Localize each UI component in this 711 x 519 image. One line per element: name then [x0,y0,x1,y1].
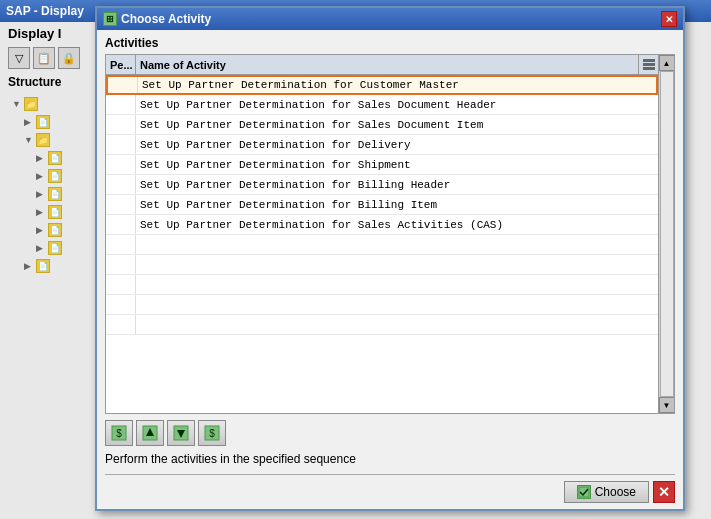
toolbar-btn-1[interactable]: $ [105,420,133,446]
table-row[interactable] [106,275,658,295]
svg-text:$: $ [116,428,122,439]
col-header-name: Name of Activity [136,55,638,74]
choose-button[interactable]: Choose [564,481,649,503]
status-text: Perform the activities in the specified … [105,452,675,466]
choose-button-icon [577,485,591,499]
modal-title-icon: ⊞ [103,12,117,26]
cell-name [136,283,658,287]
activities-table: Pe... Name of Activity Set U [105,54,675,414]
svg-rect-2 [643,67,655,70]
cell-pe [106,275,136,294]
cell-pe [106,295,136,314]
toolbar-btn-2[interactable] [136,420,164,446]
table-row[interactable] [106,235,658,255]
cell-name: Set Up Partner Determination for Custome… [138,77,656,93]
cell-name: Set Up Partner Determination for Deliver… [136,137,658,153]
icon-toolbar: $ [105,420,675,446]
bottom-section: $ [105,420,675,503]
cell-name: Set Up Partner Determination for Sales A… [136,217,658,233]
scroll-track [660,71,674,397]
button-bar: Choose ✕ [105,474,675,503]
activities-section-label: Activities [105,36,675,50]
cell-pe [106,195,136,214]
cell-pe [106,235,136,254]
svg-rect-0 [643,59,655,62]
cell-pe [106,95,136,114]
table-header: Pe... Name of Activity [106,55,658,75]
cell-name: Set Up Partner Determination for Shipmen… [136,157,658,173]
modal-titlebar: ⊞ Choose Activity ✕ [97,8,683,30]
cell-pe [106,175,136,194]
cell-name [136,263,658,267]
scroll-down-btn[interactable]: ▼ [659,397,675,413]
modal-close-button[interactable]: ✕ [661,11,677,27]
cell-name [136,323,658,327]
toolbar-btn-3[interactable] [167,420,195,446]
col-header-pe: Pe... [106,55,136,74]
table-row[interactable]: Set Up Partner Determination for Billing… [106,195,658,215]
table-row[interactable] [106,255,658,275]
table-row[interactable] [106,315,658,335]
cell-name [136,303,658,307]
cancel-button[interactable]: ✕ [653,481,675,503]
cell-name: Set Up Partner Determination for Billing… [136,177,658,193]
cell-name: Set Up Partner Determination for Sales D… [136,97,658,113]
cancel-icon: ✕ [658,484,670,500]
table-row[interactable]: Set Up Partner Determination for Sales D… [106,115,658,135]
cell-pe [106,135,136,154]
modal-titlebar-left: ⊞ Choose Activity [103,12,211,26]
table-row[interactable]: Set Up Partner Determination for Shipmen… [106,155,658,175]
cell-name [136,243,658,247]
modal-overlay: ⊞ Choose Activity ✕ Activities Pe... Nam… [0,0,711,519]
cell-pe [106,115,136,134]
table-body: Set Up Partner Determination for Custome… [106,75,658,413]
svg-text:$: $ [209,428,215,439]
table-row[interactable] [106,295,658,315]
toolbar-btn-4[interactable]: $ [198,420,226,446]
table-row[interactable]: Set Up Partner Determination for Custome… [106,75,658,95]
table-row[interactable]: Set Up Partner Determination for Sales A… [106,215,658,235]
choose-button-label: Choose [595,485,636,499]
cell-pe [106,315,136,334]
table-scrollbar[interactable]: ▲ ▼ [658,55,674,413]
cell-pe [106,155,136,174]
cell-pe [108,77,138,93]
col-settings-icon[interactable] [638,55,658,74]
scroll-up-btn[interactable]: ▲ [659,55,675,71]
svg-rect-1 [643,63,655,66]
cell-name: Set Up Partner Determination for Billing… [136,197,658,213]
cell-pe [106,255,136,274]
table-row[interactable]: Set Up Partner Determination for Sales D… [106,95,658,115]
cell-name: Set Up Partner Determination for Sales D… [136,117,658,133]
cell-pe [106,215,136,234]
modal-dialog: ⊞ Choose Activity ✕ Activities Pe... Nam… [95,6,685,511]
modal-body: Activities Pe... Name of Activity [97,30,683,509]
modal-title-text: Choose Activity [121,12,211,26]
table-row[interactable]: Set Up Partner Determination for Deliver… [106,135,658,155]
table-row[interactable]: Set Up Partner Determination for Billing… [106,175,658,195]
